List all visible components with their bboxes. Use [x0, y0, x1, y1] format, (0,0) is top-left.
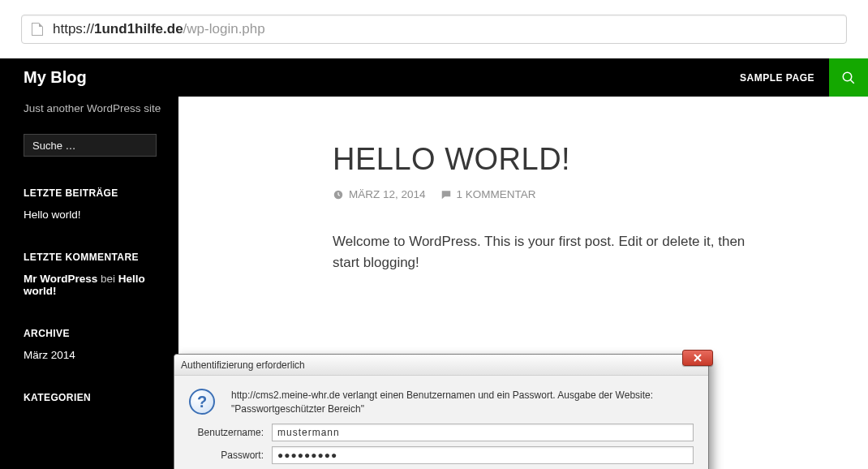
url-text: https://1und1hilfe.de/wp-login.php: [53, 21, 265, 37]
post-meta: MÄRZ 12, 2014 1 KOMMENTAR: [333, 188, 819, 200]
url-path: /wp-login.php: [183, 21, 265, 37]
clock-icon: [333, 189, 344, 200]
search-input[interactable]: Suche …: [24, 134, 157, 157]
dialog-body: ? http://cms2.meine-whr.de verlangt eine…: [174, 376, 708, 469]
address-bar[interactable]: https://1und1hilfe.de/wp-login.php: [21, 15, 847, 44]
close-icon: [694, 354, 702, 362]
dialog-close-button[interactable]: [682, 350, 713, 366]
site-title[interactable]: My Blog: [0, 68, 87, 87]
widget-recent-posts-title: LETZTE BEITRÄGE: [24, 187, 178, 199]
auth-dialog: Authentifizierung erforderlich ? http://…: [174, 354, 709, 469]
archive-link[interactable]: März 2014: [24, 349, 178, 361]
comment-connector: bei: [97, 273, 118, 285]
post-date-text: MÄRZ 12, 2014: [349, 188, 426, 200]
username-value: mustermann: [277, 427, 340, 438]
sidebar: Just another WordPress site Suche … LETZ…: [0, 58, 178, 469]
comment-author: Mr WordPress: [24, 273, 97, 285]
post-comments-text: 1 KOMMENTAR: [457, 188, 536, 200]
search-icon: [841, 71, 856, 85]
url-host: 1und1hilfe.de: [94, 21, 183, 37]
dialog-message-line1: http://cms2.meine-whr.de verlangt einen …: [231, 389, 653, 402]
dialog-message-line2: "Passwortgeschützter Bereich": [231, 402, 653, 416]
site-header: My Blog SAMPLE PAGE: [0, 58, 868, 97]
post-body: Welcome to WordPress. This is your first…: [333, 231, 754, 274]
svg-line-1: [850, 80, 854, 84]
widget-archive-title: ARCHIVE: [24, 328, 178, 339]
password-label: Passwort:: [189, 450, 272, 461]
username-label: Benutzername:: [189, 427, 272, 438]
search-toggle-button[interactable]: [829, 58, 868, 97]
username-input[interactable]: mustermann: [272, 424, 694, 441]
site-tagline: Just another WordPress site: [24, 102, 178, 114]
dialog-title-text: Authentifizierung erforderlich: [181, 359, 305, 371]
search-placeholder: Suche …: [32, 140, 75, 152]
password-input[interactable]: ●●●●●●●●●: [272, 446, 694, 464]
comment-icon: [440, 189, 452, 200]
dialog-titlebar[interactable]: Authentifizierung erforderlich: [174, 355, 708, 376]
url-scheme: https://: [53, 21, 94, 37]
post-date[interactable]: MÄRZ 12, 2014: [333, 188, 426, 200]
post-title[interactable]: HELLO WORLD!: [333, 142, 819, 177]
nav-sample-page[interactable]: SAMPLE PAGE: [725, 72, 829, 84]
question-icon: ?: [189, 389, 215, 415]
browser-chrome: https://1und1hilfe.de/wp-login.php: [0, 0, 868, 58]
recent-comment-item[interactable]: Mr WordPress bei Hello world!: [24, 273, 178, 297]
post-comments-link[interactable]: 1 KOMMENTAR: [440, 188, 536, 200]
svg-point-0: [843, 72, 852, 81]
widget-recent-comments-title: LETZTE KOMMENTARE: [24, 252, 178, 263]
recent-post-link[interactable]: Hello world!: [24, 209, 178, 221]
widget-categories-title: KATEGORIEN: [24, 392, 178, 403]
dialog-message: http://cms2.meine-whr.de verlangt einen …: [231, 387, 653, 417]
password-value: ●●●●●●●●●: [277, 450, 337, 461]
page-icon: [32, 23, 43, 36]
